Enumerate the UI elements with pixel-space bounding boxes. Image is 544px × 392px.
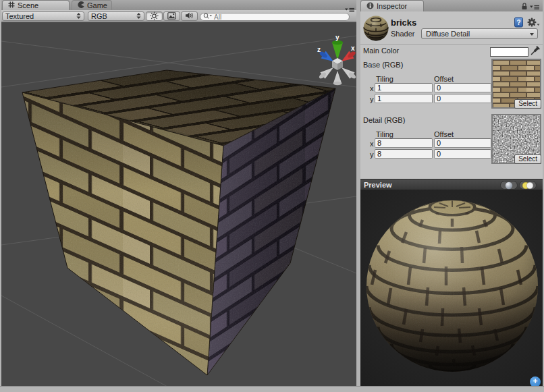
info-icon — [366, 2, 374, 11]
base-section-title: Base (RGB) — [363, 61, 403, 69]
gizmo-x-label: x — [351, 45, 355, 52]
preview-light-button[interactable] — [519, 181, 537, 190]
game-icon — [78, 1, 84, 9]
updown-arrows-icon — [136, 12, 141, 21]
base-y-label: y — [370, 95, 374, 103]
preview-title: Preview — [364, 181, 392, 189]
audio-toggle-button[interactable] — [181, 11, 198, 21]
base-tiling-y-field[interactable] — [375, 94, 433, 103]
axis-gizmo[interactable]: y x z — [317, 34, 356, 85]
detail-tiling-header: Tiling — [376, 130, 393, 138]
preview-header[interactable]: Preview — [360, 179, 543, 190]
base-offset-y-field[interactable] — [434, 94, 491, 103]
material-name: bricks — [391, 18, 416, 28]
scene-pane: Scene Game Textured — [1, 0, 356, 386]
unity-editor-window: Scene Game Textured — [0, 0, 544, 392]
pane-divider[interactable] — [356, 0, 360, 386]
detail-tiling-y-field[interactable] — [375, 149, 433, 159]
detail-section-title: Detail (RGB) — [363, 116, 405, 124]
detail-texture-thumbnail[interactable]: Select — [491, 114, 541, 164]
inspector-pane: Inspector — [360, 0, 543, 386]
channel-mode-value: RGB — [91, 12, 136, 20]
detail-offset-x-field[interactable] — [434, 138, 491, 148]
pane-menu-icon[interactable] — [345, 6, 355, 14]
preview-shape-button[interactable] — [500, 181, 518, 190]
detail-y-label: y — [370, 150, 374, 159]
help-icon[interactable]: ? — [514, 17, 524, 29]
scene-viewport[interactable]: y x z — [1, 22, 356, 386]
eyedropper-icon[interactable] — [531, 46, 540, 57]
skybox-toggle-button[interactable] — [163, 11, 180, 21]
base-texture-thumbnail[interactable]: Select — [491, 59, 541, 109]
lock-icon[interactable] — [521, 2, 528, 11]
detail-tiling-x-field[interactable] — [375, 138, 433, 148]
detail-x-label: x — [370, 140, 374, 148]
detail-offset-y-field[interactable] — [434, 149, 491, 159]
main-color-swatch[interactable] — [490, 47, 528, 57]
main-color-label: Main Color — [363, 47, 399, 55]
updown-arrows-icon — [76, 12, 81, 21]
tab-inspector[interactable]: Inspector — [360, 0, 424, 11]
tab-game-label: Game — [87, 1, 107, 9]
base-x-label: x — [370, 84, 374, 92]
material-preview-thumb — [362, 14, 389, 43]
shader-dropdown[interactable]: Diffuse Detail — [421, 28, 538, 39]
plus-icon[interactable]: + — [530, 376, 541, 386]
detail-offset-header: Offset — [434, 130, 454, 138]
tab-scene[interactable]: Scene — [2, 0, 70, 10]
sun-icon — [150, 11, 159, 22]
render-mode-dropdown[interactable]: Textured — [2, 11, 84, 21]
gear-icon[interactable] — [527, 18, 540, 28]
render-mode-value: Textured — [5, 12, 76, 20]
gizmo-x-axis — [342, 51, 356, 61]
search-icon — [203, 13, 213, 21]
material-preview-viewport[interactable]: + — [360, 190, 543, 386]
scene-tabbar: Scene Game — [1, 0, 356, 10]
detail-select-button[interactable]: Select — [514, 155, 541, 164]
lighting-toggle-button[interactable] — [146, 11, 163, 21]
scene-3d-render: y x z — [1, 22, 356, 386]
tab-inspector-label: Inspector — [377, 2, 407, 10]
shader-label: Shader — [391, 30, 414, 38]
image-icon — [167, 12, 176, 21]
search-value: All — [214, 13, 221, 21]
gizmo-z-axis — [319, 51, 333, 61]
shader-value: Diffuse Detail — [426, 30, 470, 38]
window-border-left — [0, 0, 1, 392]
base-offset-x-field[interactable] — [434, 83, 491, 92]
channel-mode-dropdown[interactable]: RGB — [88, 11, 144, 21]
search-field[interactable]: All — [200, 13, 350, 21]
base-select-button[interactable]: Select — [514, 99, 541, 109]
preview-sphere-render — [360, 190, 543, 386]
base-tiling-header: Tiling — [376, 75, 393, 83]
gizmo-y-label: y — [335, 34, 339, 41]
audio-icon — [185, 11, 194, 21]
gizmo-y-axis — [332, 40, 343, 60]
tab-scene-label: Scene — [18, 1, 38, 9]
pane-menu-icon[interactable] — [530, 3, 540, 11]
gizmo-z-label: z — [317, 46, 321, 53]
grid-icon — [8, 1, 15, 9]
gizmo-center-cube — [332, 58, 343, 70]
light-toggle-icon — [522, 181, 534, 190]
window-border-bottom — [0, 386, 544, 392]
inspector-tabbar: Inspector — [360, 0, 543, 11]
svg-text:?: ? — [517, 19, 521, 26]
tab-game[interactable]: Game — [72, 0, 112, 10]
base-tiling-x-field[interactable] — [375, 83, 433, 92]
chevron-down-icon — [530, 33, 534, 36]
scene-toolbar: Textured RGB — [1, 10, 356, 22]
material-inspector: bricks Shader Diffuse Detail ? — [360, 11, 543, 179]
base-offset-header: Offset — [434, 75, 454, 83]
sphere-icon — [505, 181, 513, 190]
